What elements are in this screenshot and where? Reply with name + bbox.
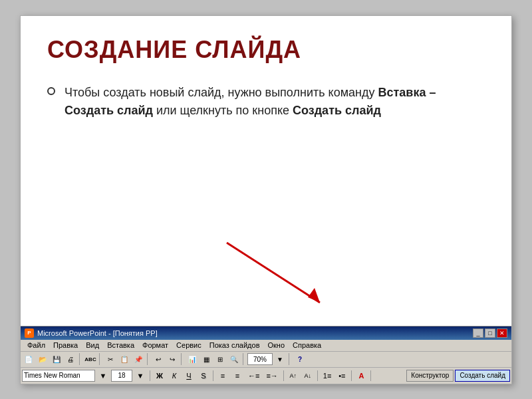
table-button[interactable]: ▦ <box>200 352 213 366</box>
align-left-button[interactable]: ≡ <box>216 370 229 382</box>
bullet-text: Чтобы создать новый слайд, нужно выполни… <box>65 84 485 121</box>
font-size-up-button[interactable]: A↑ <box>287 370 300 382</box>
fmt-separator-5 <box>351 370 352 381</box>
toolbar-separator-5 <box>243 353 245 365</box>
fmt-separator-2 <box>213 370 213 381</box>
font-size-input[interactable] <box>111 370 132 382</box>
shadow-button[interactable]: S <box>197 370 210 382</box>
menu-file[interactable]: Файл <box>23 340 49 350</box>
redo-button[interactable]: ↪ <box>166 352 179 366</box>
help-button[interactable]: ? <box>293 352 307 366</box>
indent-more-button[interactable]: ≡→ <box>263 370 280 382</box>
font-dropdown-button[interactable]: ▼ <box>96 370 110 382</box>
bold-button[interactable]: Ж <box>153 370 166 382</box>
new-button[interactable]: 📄 <box>22 352 35 366</box>
menu-window[interactable]: Окно <box>264 340 289 350</box>
spell-button[interactable]: ABC <box>84 352 97 366</box>
ppt-window-controls: _ □ ✕ <box>473 329 507 338</box>
ppt-app-icon: P <box>25 329 34 338</box>
find-button[interactable]: 🔍 <box>227 352 241 366</box>
undo-button[interactable]: ↩ <box>152 352 165 366</box>
ppt-titlebar-text: Microsoft PowerPoint - [Понятия РР] <box>37 329 473 337</box>
minimize-button[interactable]: _ <box>473 329 483 338</box>
close-button[interactable]: ✕ <box>497 329 507 338</box>
toolbar-separator-4 <box>181 353 184 365</box>
menu-format[interactable]: Формат <box>138 340 172 350</box>
bullet-circle-icon <box>47 87 55 95</box>
ppt-window: P Microsoft PowerPoint - [Понятия РР] _ … <box>21 326 511 384</box>
expand-button[interactable]: ⊞ <box>213 352 227 366</box>
chart-button[interactable]: 📊 <box>186 352 199 366</box>
zoom-input[interactable] <box>247 353 273 365</box>
fmt-separator-1 <box>150 370 150 381</box>
slide: СОЗДАНИЕ СЛАЙДА Чтобы создать новый слай… <box>20 15 512 384</box>
create-slide-button[interactable]: Создать слайд <box>455 370 510 382</box>
menu-edit[interactable]: Правка <box>49 340 82 350</box>
menu-view[interactable]: Вид <box>82 340 103 350</box>
fmt-separator-4 <box>317 370 318 381</box>
font-size-down-button[interactable]: A↓ <box>301 370 315 382</box>
align-center-button[interactable]: ≡ <box>231 370 244 382</box>
toolbar-separator-1 <box>79 353 82 365</box>
print-button[interactable]: 🖨 <box>64 352 77 366</box>
italic-button[interactable]: К <box>168 370 181 382</box>
bullet-item: Чтобы создать новый слайд, нужно выполни… <box>47 84 485 121</box>
ppt-formatting-toolbar: ▼ ▼ Ж К Ч S ≡ ≡ ←≡ ≡→ A↑ A↓ 1≡ •≡ A Конс… <box>21 368 511 384</box>
underline-button[interactable]: Ч <box>182 370 196 382</box>
ppt-menubar: Файл Правка Вид Вставка Формат Сервис По… <box>21 340 511 352</box>
indent-less-button[interactable]: ←≡ <box>245 370 262 382</box>
fmt-separator-3 <box>283 370 284 381</box>
font-name-input[interactable] <box>22 370 95 382</box>
maximize-button[interactable]: □ <box>485 329 495 338</box>
font-size-dropdown[interactable]: ▼ <box>134 370 147 382</box>
font-color-button[interactable]: A <box>354 370 368 382</box>
paste-button[interactable]: 📌 <box>132 352 145 366</box>
save-button[interactable]: 💾 <box>50 352 63 366</box>
menu-help[interactable]: Справка <box>289 340 325 350</box>
copy-button[interactable]: 📋 <box>118 352 131 366</box>
menu-slideshow[interactable]: Показ слайдов <box>205 340 264 350</box>
menu-tools[interactable]: Сервис <box>172 340 205 350</box>
bullets-button[interactable]: •≡ <box>335 370 348 382</box>
menu-insert[interactable]: Вставка <box>103 340 138 350</box>
zoom-dropdown[interactable]: ▼ <box>273 352 287 366</box>
cut-button[interactable]: ✂ <box>104 352 117 366</box>
open-button[interactable]: 📂 <box>36 352 49 366</box>
ppt-standard-toolbar: 📄 📂 💾 🖨 ABC ✂ 📋 📌 ↩ ↪ 📊 ▦ ⊞ 🔍 ▼ ? <box>21 352 511 368</box>
numbering-button[interactable]: 1≡ <box>321 370 334 382</box>
toolbar-separator-6 <box>289 353 291 365</box>
slide-title: СОЗДАНИЕ СЛАЙДА <box>47 36 485 64</box>
toolbar-separator-2 <box>99 353 102 365</box>
ppt-titlebar: P Microsoft PowerPoint - [Понятия РР] _ … <box>21 327 511 340</box>
design-button[interactable]: Конструктор <box>406 370 454 382</box>
fmt-separator-6 <box>370 370 371 381</box>
toolbar-separator-3 <box>147 353 150 365</box>
